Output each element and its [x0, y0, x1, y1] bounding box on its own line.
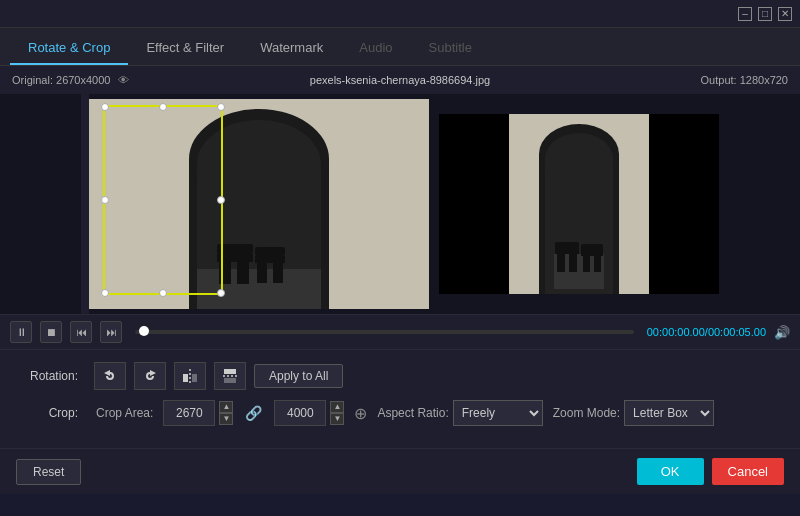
- crop-width-spinners: ▲ ▼: [219, 401, 233, 425]
- crop-width-input[interactable]: [163, 400, 215, 426]
- volume-icon[interactable]: 🔊: [774, 325, 790, 340]
- rotation-label: Rotation:: [16, 369, 86, 383]
- svg-rect-24: [555, 242, 579, 249]
- ok-button[interactable]: OK: [637, 458, 704, 485]
- svg-rect-26: [594, 254, 601, 272]
- crop-height-spinners: ▲ ▼: [330, 401, 344, 425]
- crop-width-down[interactable]: ▼: [219, 413, 233, 425]
- svg-rect-8: [237, 259, 249, 284]
- time-display: 00:00:00.00/00:00:05.00: [647, 326, 766, 338]
- svg-rect-13: [255, 256, 285, 263]
- svg-rect-11: [257, 261, 267, 283]
- crop-label: Crop:: [16, 406, 86, 420]
- svg-rect-33: [224, 378, 236, 383]
- zoom-mode-group: Zoom Mode: Letter Box Pan & Scan Full: [553, 400, 714, 426]
- crop-box[interactable]: [103, 105, 223, 295]
- svg-rect-22: [569, 252, 577, 272]
- timeline-progress[interactable]: [135, 330, 634, 334]
- aspect-ratio-select[interactable]: Freely 16:9 4:3 1:1 9:16: [453, 400, 543, 426]
- timeline-bar: ⏸ ⏹ ⏮ ⏭ 00:00:00.00/00:00:05.00 🔊: [0, 314, 800, 350]
- crop-width-up[interactable]: ▲: [219, 401, 233, 413]
- svg-rect-14: [255, 247, 285, 256]
- svg-rect-28: [581, 244, 603, 251]
- titlebar: – □ ✕: [0, 0, 800, 28]
- info-bar: Original: 2670x4000 👁 pexels-ksenia-cher…: [0, 66, 800, 94]
- crop-handle-tr[interactable]: [217, 103, 225, 111]
- tabs-bar: Rotate & Crop Effect & Filter Watermark …: [0, 28, 800, 66]
- flip-vertical-button[interactable]: [214, 362, 246, 390]
- zoom-mode-select[interactable]: Letter Box Pan & Scan Full: [624, 400, 714, 426]
- output-arch-image: [509, 114, 649, 294]
- svg-rect-29: [183, 374, 188, 382]
- rotate-left-button[interactable]: [94, 362, 126, 390]
- crop-row: Crop: Crop Area: ▲ ▼ 🔗 ▲ ▼ ⊕ Aspect Rati…: [16, 400, 784, 426]
- tab-effect-filter[interactable]: Effect & Filter: [128, 32, 242, 65]
- svg-rect-32: [224, 369, 236, 374]
- crop-area-label: Crop Area:: [96, 406, 153, 420]
- play-pause-button[interactable]: ⏸: [10, 321, 32, 343]
- crop-handle-ml[interactable]: [101, 196, 109, 204]
- progress-indicator: [139, 326, 149, 336]
- svg-rect-21: [557, 252, 565, 272]
- apply-all-button[interactable]: Apply to All: [254, 364, 343, 388]
- crop-height-down[interactable]: ▼: [330, 413, 344, 425]
- crop-handle-bm[interactable]: [159, 289, 167, 297]
- letterbox-right: [649, 114, 719, 294]
- prev-frame-button[interactable]: ⏮: [70, 321, 92, 343]
- preview-area: [0, 94, 800, 314]
- link-icon[interactable]: 🔗: [243, 405, 264, 421]
- crop-width-field: ▲ ▼: [163, 400, 233, 426]
- crop-handle-mr[interactable]: [217, 196, 225, 204]
- stop-button[interactable]: ⏹: [40, 321, 62, 343]
- controls-area: Rotation: Apply to All Crop: Crop Area: …: [0, 350, 800, 448]
- minimize-button[interactable]: –: [738, 7, 752, 21]
- bottom-bar: Reset OK Cancel: [0, 448, 800, 494]
- cancel-button[interactable]: Cancel: [712, 458, 784, 485]
- crop-height-up[interactable]: ▲: [330, 401, 344, 413]
- zoom-mode-label: Zoom Mode:: [553, 406, 620, 420]
- output-preview: [439, 114, 719, 294]
- tab-watermark[interactable]: Watermark: [242, 32, 341, 65]
- svg-rect-25: [583, 254, 590, 272]
- output-size-label: Output: 1280x720: [701, 74, 788, 86]
- crop-height-field: ▲ ▼: [274, 400, 344, 426]
- tab-audio[interactable]: Audio: [341, 32, 410, 65]
- crop-handle-tl[interactable]: [101, 103, 109, 111]
- next-frame-button[interactable]: ⏭: [100, 321, 122, 343]
- filename-label: pexels-ksenia-chernaya-8986694.jpg: [310, 74, 490, 86]
- tab-subtitle[interactable]: Subtitle: [411, 32, 490, 65]
- original-size-label: Original: 2670x4000: [12, 74, 110, 86]
- rotation-row: Rotation: Apply to All: [16, 362, 784, 390]
- maximize-button[interactable]: □: [758, 7, 772, 21]
- flip-horizontal-button[interactable]: [174, 362, 206, 390]
- output-image: [509, 114, 649, 294]
- crop-height-input[interactable]: [274, 400, 326, 426]
- action-buttons: OK Cancel: [637, 458, 784, 485]
- eye-icon[interactable]: 👁: [118, 74, 129, 86]
- crop-handle-tm[interactable]: [159, 103, 167, 111]
- crop-handle-br[interactable]: [217, 289, 225, 297]
- aspect-ratio-label: Aspect Ratio:: [377, 406, 448, 420]
- reset-button[interactable]: Reset: [16, 459, 81, 485]
- tab-rotate-crop[interactable]: Rotate & Crop: [10, 32, 128, 65]
- aspect-ratio-group: Aspect Ratio: Freely 16:9 4:3 1:1 9:16: [377, 400, 542, 426]
- letterbox-left: [439, 114, 509, 294]
- left-panel: [81, 94, 89, 314]
- svg-rect-30: [192, 374, 197, 382]
- crop-handle-bl[interactable]: [101, 289, 109, 297]
- source-preview: [89, 99, 429, 309]
- svg-rect-12: [273, 261, 283, 283]
- rotate-right-button[interactable]: [134, 362, 166, 390]
- crosshair-icon[interactable]: ⊕: [354, 404, 367, 423]
- close-button[interactable]: ✕: [778, 7, 792, 21]
- svg-point-19: [545, 133, 613, 185]
